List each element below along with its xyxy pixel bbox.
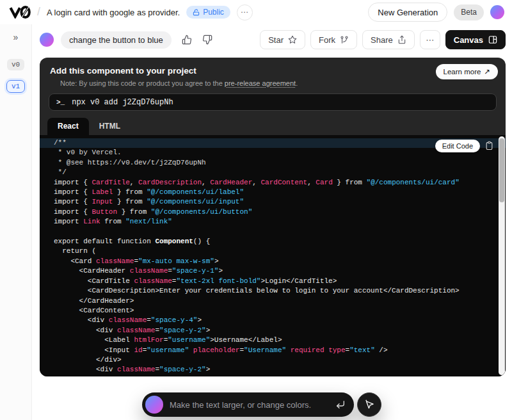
- code-line: import { Input } from "@/components/ui/i…: [40, 197, 506, 207]
- share-button[interactable]: Share: [362, 30, 415, 49]
- npx-command-text: npx v0 add j2ZqD76upNh: [72, 98, 173, 107]
- visibility-label: Public: [203, 8, 224, 17]
- code-line: <CardContent>: [40, 306, 506, 316]
- code-line: import { Button } from "@/components/ui/…: [40, 207, 506, 217]
- share-icon: [397, 35, 406, 44]
- panel-title: Add this component to your project: [50, 66, 495, 76]
- note-text: Note: By using this code or product you …: [60, 79, 225, 87]
- thumbs-down-icon[interactable]: [202, 35, 212, 45]
- code-line: <Card className="mx-auto max-w-sm">: [40, 257, 506, 266]
- canvas-button[interactable]: Canvas: [445, 30, 506, 49]
- edit-code-button[interactable]: Edit Code: [435, 140, 480, 152]
- v0-logo[interactable]: [9, 6, 31, 19]
- prompt-avatar: [40, 33, 54, 47]
- code-line: <div className="space-y-2">: [40, 365, 506, 375]
- code-line: <div className="space-y-2">: [40, 326, 506, 335]
- ellipsis-icon: ⋯: [426, 35, 434, 45]
- code-editor[interactable]: /** * v0 by Vercel. * @see https://v0.de…: [40, 135, 506, 376]
- tab-html[interactable]: HTML: [89, 118, 131, 135]
- feedback-controls: [182, 35, 212, 45]
- code-line: <CardDescription>Enter your credentials …: [40, 286, 506, 296]
- code-line: <CardTitle className="text-2xl font-bold…: [40, 277, 506, 286]
- version-sidebar: » v0 v1: [0, 24, 32, 420]
- unlock-icon: [193, 9, 200, 16]
- v0-logo-icon: [9, 6, 31, 19]
- code-line: import { CardTitle, CardDescription, Car…: [40, 178, 506, 188]
- clipboard-icon: [485, 141, 493, 150]
- note-period: .: [296, 79, 298, 87]
- code-line: </CardHeader>: [40, 296, 506, 306]
- code-line: <Input id="username" placeholder="Userna…: [40, 346, 506, 355]
- pre-release-agreement-link[interactable]: pre-release agreement: [225, 79, 296, 87]
- learn-more-button[interactable]: Learn more ↗: [436, 64, 498, 79]
- ellipsis-icon: ⋯: [241, 8, 249, 17]
- external-link-icon: ↗: [484, 67, 490, 76]
- code-line: <div className="space-y-4">: [40, 316, 506, 325]
- enter-key-icon: [335, 400, 346, 410]
- star-label: Star: [268, 35, 284, 45]
- breadcrumb-divider: /: [37, 5, 40, 19]
- code-scrollbar-track[interactable]: [499, 136, 505, 375]
- code-line: </div>: [40, 355, 506, 365]
- code-line: import { Label } from "@/components/ui/l…: [40, 188, 506, 197]
- thumbs-up-icon[interactable]: [182, 35, 192, 45]
- code-line: * @see https://v0.dev/t/j2ZqD76upNh: [40, 158, 506, 168]
- select-element-button[interactable]: [357, 392, 381, 417]
- npx-command-box[interactable]: >_ npx v0 add j2ZqD76upNh: [49, 93, 497, 111]
- beta-badge: Beta: [454, 4, 484, 20]
- code-line: <Label htmlFor="username">Username</Labe…: [40, 335, 506, 345]
- new-generation-label: New Generation: [378, 8, 438, 17]
- composer: [142, 392, 381, 417]
- composer-input[interactable]: [163, 400, 335, 410]
- chat-header-row: change the button to blue Star Fork Shar…: [40, 28, 506, 51]
- canvas-label: Canvas: [454, 35, 483, 45]
- sidebar-item-version-v0[interactable]: v0: [7, 59, 24, 70]
- composer-avatar: [145, 396, 163, 414]
- generation-title: A login card with google as provider.: [47, 8, 180, 17]
- cursor-sparkle-icon: [364, 399, 375, 410]
- star-button[interactable]: Star: [260, 30, 305, 49]
- fork-icon: [340, 35, 349, 44]
- generation-actions: Star Fork Share ⋯ Canvas: [260, 30, 506, 49]
- fork-button[interactable]: Fork: [310, 30, 357, 49]
- actions-more-button[interactable]: ⋯: [420, 30, 440, 49]
- code-line: <Label htmlFor="password">Password</Labe…: [40, 375, 506, 376]
- code-line: return (: [40, 246, 506, 256]
- canvas-panel-icon: [488, 35, 497, 44]
- top-header: / A login card with google as provider. …: [0, 0, 512, 24]
- terminal-prompt-icon: >_: [56, 99, 65, 106]
- code-line: import Link from "next/link": [40, 217, 506, 227]
- code-lines: /** * v0 by Vercel. * @see https://v0.de…: [40, 138, 506, 376]
- user-avatar[interactable]: [490, 5, 504, 19]
- star-icon: [288, 35, 297, 44]
- expand-sidebar-icon[interactable]: »: [8, 29, 24, 45]
- code-tabs: React HTML: [40, 118, 506, 135]
- panel-header: Add this component to your project Learn…: [40, 58, 506, 87]
- share-label: Share: [371, 35, 393, 45]
- code-line: <CardHeader className="space-y-1">: [40, 266, 506, 276]
- new-generation-button[interactable]: New Generation: [368, 3, 447, 22]
- generation-more-button[interactable]: ⋯: [237, 4, 253, 20]
- pre-release-note: Note: By using this code or product you …: [60, 79, 485, 87]
- prompt-bubble: change the button to blue: [61, 31, 172, 49]
- add-component-panel: Add this component to your project Learn…: [40, 58, 506, 376]
- visibility-badge[interactable]: Public: [186, 6, 230, 19]
- tab-react[interactable]: React: [47, 118, 89, 135]
- beta-label: Beta: [461, 8, 477, 17]
- code-line: */: [40, 168, 506, 177]
- sidebar-item-version-v1[interactable]: v1: [6, 80, 25, 93]
- copy-code-icon[interactable]: [485, 141, 493, 150]
- fork-label: Fork: [319, 35, 335, 45]
- code-scrollbar-thumb[interactable]: [499, 138, 504, 202]
- code-line: [40, 227, 506, 237]
- code-line: export default function Component() {: [40, 237, 506, 246]
- learn-more-label: Learn more: [444, 68, 481, 76]
- composer-pill[interactable]: [142, 392, 354, 417]
